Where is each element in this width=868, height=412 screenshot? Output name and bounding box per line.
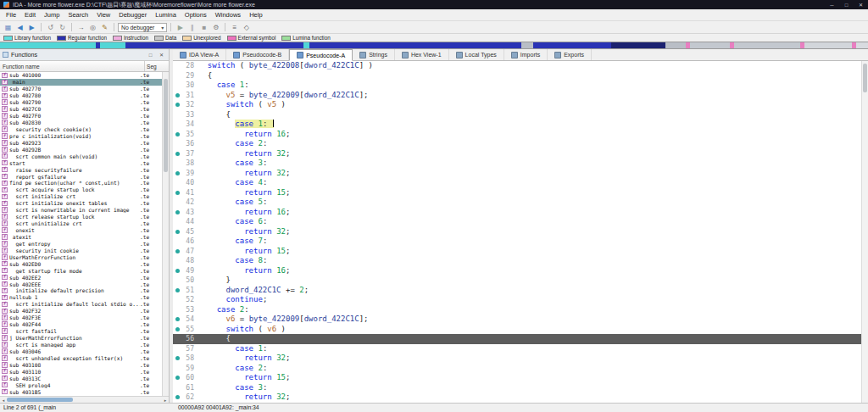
code-line[interactable]: 45 return 32;	[173, 227, 861, 237]
code-line[interactable]: 53 case 2:	[173, 305, 861, 315]
code-vertical-scrollbar[interactable]	[861, 61, 868, 403]
float-panel-button[interactable]: □	[146, 50, 155, 59]
code-line[interactable]: 36 case 2:	[173, 139, 861, 149]
function-row[interactable]: fsub_402F3E.te	[0, 315, 162, 321]
function-row[interactable]: fsub_402790.te	[0, 99, 162, 106]
code-line[interactable]: 56 {	[173, 334, 861, 344]
tab-pseudocode-a[interactable]: Pseudocode-A	[289, 49, 353, 61]
code-line[interactable]: 30 case 1:	[173, 81, 861, 91]
function-row[interactable]: fsub_402F32.te	[0, 308, 162, 315]
code-line[interactable]: 44 case 6:	[173, 217, 861, 227]
start-process-icon[interactable]: ▶	[175, 22, 186, 33]
pseudocode-view[interactable]: 28 switch ( byte_422008[dword_422C1C] )2…	[173, 61, 861, 403]
function-row[interactable]: fsub_403046.te	[0, 348, 162, 354]
menu-item-edit[interactable]: Edit	[20, 11, 40, 19]
function-row[interactable]: fsub_402923.te	[0, 139, 162, 146]
column-function-name[interactable]: Function name	[0, 61, 145, 71]
scrollbar-thumb[interactable]	[7, 398, 73, 402]
function-row[interactable]: fsub_402830.te	[0, 120, 162, 126]
function-row[interactable]: f__scrt_acquire_startup_lock.te	[0, 187, 162, 193]
code-line[interactable]: 39 return 32;	[173, 169, 861, 179]
function-row[interactable]: f__raise_securityfailure.te	[0, 166, 162, 173]
code-line[interactable]: 61 case 3:	[173, 383, 861, 393]
code-line[interactable]: 51 dword_422C1C += 2;	[173, 286, 861, 296]
code-line[interactable]: 58 return 32;	[173, 354, 861, 364]
scrollbar-track[interactable]	[7, 397, 162, 403]
column-segment[interactable]: Seg	[145, 61, 169, 71]
tab-hex-view-1[interactable]: Hex View-1	[395, 49, 449, 60]
function-row[interactable]: f_main.te	[0, 79, 162, 86]
function-row[interactable]: fsub_4027C0.te	[0, 106, 162, 113]
functions-vertical-scrollbar[interactable]	[162, 72, 169, 396]
menu-item-lumina[interactable]: Lumina	[151, 11, 181, 19]
about-icon[interactable]: ◇	[241, 22, 252, 33]
code-line[interactable]: 57 case 1:	[173, 344, 861, 354]
code-line[interactable]: 46 case 7:	[173, 237, 861, 247]
undo-icon[interactable]: ↺	[45, 22, 56, 33]
code-line[interactable]: 43 return 16;	[173, 208, 861, 218]
functions-horizontal-scrollbar[interactable]: ◂ ▸	[0, 396, 169, 403]
function-row[interactable]: fsub_4027F0.te	[0, 113, 162, 120]
function-row[interactable]: f__scrt_is_managed_app.te	[0, 342, 162, 348]
tab-local-types[interactable]: Local Types	[449, 49, 504, 60]
code-line[interactable]: 34 case 1:	[173, 120, 861, 130]
debugger-select[interactable]: No debugger▾	[118, 23, 167, 32]
code-line[interactable]: 41 return 15;	[173, 188, 861, 198]
code-line[interactable]: 42 case 5:	[173, 198, 861, 208]
code-line[interactable]: 38 case 3:	[173, 159, 861, 169]
pause-process-icon[interactable]: ∥	[186, 22, 198, 33]
code-line[interactable]: 28 switch ( byte_422008[dword_422C1C] )	[173, 61, 861, 71]
code-line[interactable]: 31 v5 = byte_422009[dword_422C1C];	[173, 91, 861, 101]
code-line[interactable]: 55 switch ( v6 )	[173, 325, 861, 335]
code-line[interactable]: 37 return 32;	[173, 149, 861, 159]
maximize-button[interactable]: □	[839, 0, 854, 9]
tab-pseudocode-b[interactable]: Pseudocode-B	[226, 49, 289, 60]
jump-icon[interactable]: →	[75, 22, 86, 33]
code-line[interactable]: 32 switch ( v5 )	[173, 100, 861, 110]
function-row[interactable]: f__scrt_unhandled_exception_filter(x).te	[0, 354, 162, 361]
code-line[interactable]: 33 {	[173, 110, 861, 120]
function-row[interactable]: ffind_pe_section(uchar * const,uint).te	[0, 180, 162, 187]
debugger-options-icon[interactable]: ⚙	[210, 22, 221, 33]
function-row[interactable]: f__scrt_release_startup_lock.te	[0, 214, 162, 220]
function-row[interactable]: f__scrt_initialize_crt.te	[0, 193, 162, 200]
function-row[interactable]: fsub_40292B.te	[0, 146, 162, 153]
menu-item-help[interactable]: Help	[245, 11, 266, 19]
windows-list-icon[interactable]: ≡	[229, 22, 240, 33]
redo-icon[interactable]: ↻	[57, 22, 68, 33]
navigation-band[interactable]	[0, 42, 868, 49]
stop-process-icon[interactable]: ■	[198, 22, 209, 33]
tab-ida-view-a[interactable]: IDA View-A	[173, 49, 226, 60]
code-line[interactable]: 29 {	[173, 71, 861, 81]
function-row[interactable]: f__security_check_cookie(x).te	[0, 126, 162, 133]
function-row[interactable]: fsub_401000.te	[0, 72, 162, 79]
function-row[interactable]: f_atexit.te	[0, 234, 162, 241]
function-row[interactable]: fsub_403110.te	[0, 368, 162, 375]
function-row[interactable]: f__scrt_uninitialize_crt.te	[0, 220, 162, 227]
menu-item-view[interactable]: View	[92, 11, 114, 19]
save-database-icon[interactable]: ▦	[3, 22, 14, 33]
function-row[interactable]: fUserMathErrorFunction.te	[0, 253, 162, 260]
function-row[interactable]: f__scrt_is_nonwritable_in_current_image.…	[0, 207, 162, 214]
menu-item-search[interactable]: Search	[64, 11, 92, 19]
function-row[interactable]: fnullsub_1.te	[0, 294, 162, 301]
code-line[interactable]: 60 return 15;	[173, 373, 861, 383]
function-row[interactable]: fsub_4031B5.te	[0, 388, 162, 395]
code-line[interactable]: 47 return 15;	[173, 247, 861, 257]
code-line[interactable]: 49 return 16;	[173, 266, 861, 276]
code-line[interactable]: 54 v6 = byte_422009[dword_422C1C];	[173, 315, 861, 325]
function-row[interactable]: f__scrt_fastfail.te	[0, 328, 162, 335]
code-line[interactable]: 50 }	[173, 276, 861, 286]
function-row[interactable]: fsub_402EE2.te	[0, 274, 162, 281]
tab-imports[interactable]: Imports	[504, 49, 548, 60]
code-line[interactable]: 40 case 4:	[173, 178, 861, 188]
function-row[interactable]: fsub_402770.te	[0, 86, 162, 92]
forward-icon[interactable]: ▶	[26, 22, 37, 33]
function-row[interactable]: fstart.te	[0, 159, 162, 166]
menu-item-jump[interactable]: Jump	[40, 11, 64, 19]
function-row[interactable]: fsub_402EEE.te	[0, 281, 162, 287]
scrollbar-thumb[interactable]	[164, 79, 168, 172]
search-icon[interactable]: ◎	[87, 22, 98, 33]
function-row[interactable]: f__security_init_cookie.te	[0, 247, 162, 253]
code-line[interactable]: 48 case 8:	[173, 256, 861, 266]
